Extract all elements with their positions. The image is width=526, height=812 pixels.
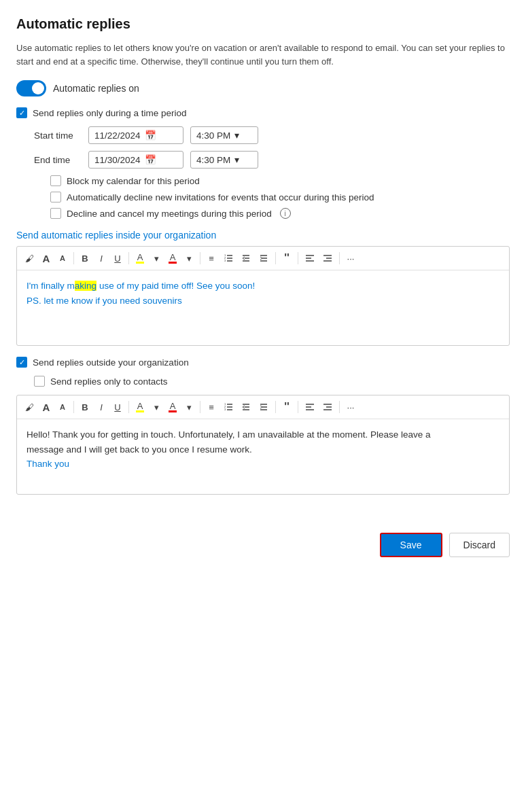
automatic-replies-toggle-row: Automatic replies on <box>16 80 510 96</box>
font-color-btn[interactable]: A <box>166 251 179 265</box>
calendar-options: Block my calendar for this period Automa… <box>50 175 510 219</box>
outside-font-size-increase-btn[interactable]: A <box>39 400 53 414</box>
start-date-input[interactable]: 11/22/2024 📅 <box>88 126 183 144</box>
indent-increase-btn[interactable] <box>256 252 271 264</box>
outside-toolbar-divider-5 <box>298 401 298 413</box>
outside-toolbar-divider-6 <box>339 401 340 413</box>
numbered-btn[interactable]: 123 <box>221 252 236 264</box>
save-button[interactable]: Save <box>380 533 442 557</box>
outside-org-toolbar: 🖌 A A B I U A ▾ A ▾ ≡ 123 <box>17 395 509 419</box>
decline-invitations-label: Automatically decline new invitations fo… <box>67 192 374 202</box>
inside-org-title: Send automatic replies inside your organ… <box>16 230 510 241</box>
automatic-replies-toggle[interactable] <box>16 80 46 96</box>
indent-decrease-btn[interactable] <box>239 252 253 264</box>
outside-toolbar-divider-3 <box>200 401 200 413</box>
outside-more-options-btn[interactable]: ··· <box>344 401 357 414</box>
outside-indent-decrease-btn[interactable] <box>239 401 253 413</box>
time-period-row: Send replies only during a time period <box>16 107 510 118</box>
bullets-btn[interactable]: ≡ <box>205 252 218 265</box>
block-calendar-checkbox[interactable] <box>50 175 61 186</box>
page-description: Use automatic replies to let others know… <box>16 41 510 68</box>
toolbar-divider-1 <box>73 252 74 264</box>
outside-align-left-btn[interactable] <box>302 401 317 413</box>
font-size-increase-btn[interactable]: A <box>39 251 53 266</box>
toolbar-divider-3 <box>200 252 200 264</box>
page-title: Automatic replies <box>16 16 510 32</box>
outside-font-color-btn[interactable]: A <box>166 400 179 414</box>
outside-font-color-dropdown-btn[interactable]: ▾ <box>182 401 196 414</box>
outside-bullets-btn[interactable]: ≡ <box>205 401 218 414</box>
italic-btn[interactable]: I <box>94 252 108 265</box>
inside-org-editor-content[interactable]: I'm finally making use of my paid time o… <box>17 270 509 345</box>
bold-btn[interactable]: B <box>78 252 92 265</box>
outside-org-editor-content[interactable]: Hello! Thank you for getting in touch. U… <box>17 419 509 494</box>
outside-bold-btn[interactable]: B <box>78 401 92 414</box>
outside-toolbar-divider-2 <box>128 401 129 413</box>
decline-cancel-checkbox[interactable] <box>50 208 61 219</box>
outside-font-size-decrease-btn[interactable]: A <box>56 402 69 412</box>
time-section: Start time 11/22/2024 📅 4:30 PM ▾ End ti… <box>34 126 510 169</box>
outside-clear-format-btn[interactable]: 🖌 <box>22 401 37 414</box>
end-time-label: End time <box>34 155 82 165</box>
more-options-btn[interactable]: ··· <box>344 252 357 265</box>
contacts-only-checkbox[interactable] <box>34 376 45 387</box>
outside-org-checkbox[interactable] <box>16 357 27 368</box>
outside-toolbar-divider-4 <box>275 401 276 413</box>
clear-format-btn[interactable]: 🖌 <box>22 252 37 265</box>
end-date-value: 11/30/2024 <box>94 155 141 165</box>
outside-org-row: Send replies outside your organization <box>16 357 510 368</box>
toolbar-divider-2 <box>128 252 129 264</box>
outside-org-section: Send replies outside your organization S… <box>16 357 510 387</box>
outside-underline-btn[interactable]: U <box>111 401 124 414</box>
time-period-checkbox[interactable] <box>16 107 27 118</box>
outside-indent-increase-btn[interactable] <box>256 401 271 413</box>
svg-text:3: 3 <box>224 259 226 262</box>
start-time-chevron-icon: ▾ <box>234 130 239 141</box>
outside-highlight-btn[interactable]: A <box>133 400 147 414</box>
outside-org-label: Send replies outside your organization <box>33 357 189 368</box>
contacts-only-label: Send replies only to contacts <box>50 376 168 387</box>
time-period-label: Send replies only during a time period <box>33 108 187 118</box>
contacts-only-row: Send replies only to contacts <box>34 376 510 387</box>
decline-cancel-label: Decline and cancel my meetings during th… <box>67 209 272 219</box>
discard-button[interactable]: Discard <box>449 533 510 557</box>
end-time-value: 4:30 PM <box>196 155 230 165</box>
outside-highlight-dropdown-btn[interactable]: ▾ <box>150 401 163 414</box>
start-time-label: Start time <box>34 130 82 141</box>
toolbar-divider-6 <box>339 252 340 264</box>
decline-invitations-row: Automatically decline new invitations fo… <box>50 192 510 202</box>
start-time-dropdown[interactable]: 4:30 PM ▾ <box>190 126 258 144</box>
end-time-dropdown[interactable]: 4:30 PM ▾ <box>190 151 258 169</box>
start-time-row: Start time 11/22/2024 📅 4:30 PM ▾ <box>34 126 510 144</box>
svg-text:3: 3 <box>224 408 226 411</box>
outside-italic-btn[interactable]: I <box>94 401 108 414</box>
start-date-value: 11/22/2024 <box>94 130 141 141</box>
outside-quote-btn[interactable]: '' <box>280 400 294 414</box>
toggle-label: Automatic replies on <box>53 83 139 94</box>
highlight-btn[interactable]: A <box>133 251 147 265</box>
quote-btn[interactable]: '' <box>280 251 294 266</box>
outside-numbered-btn[interactable]: 123 <box>221 401 236 413</box>
underline-btn[interactable]: U <box>111 252 124 265</box>
toolbar-divider-5 <box>298 252 298 264</box>
block-calendar-label: Block my calendar for this period <box>67 176 200 186</box>
decline-invitations-checkbox[interactable] <box>50 192 61 202</box>
end-time-row: End time 11/30/2024 📅 4:30 PM ▾ <box>34 151 510 169</box>
font-size-decrease-btn[interactable]: A <box>56 253 69 264</box>
inside-org-toolbar: 🖌 A A B I U A ▾ A ▾ ≡ 123 <box>17 247 509 270</box>
outside-toolbar-divider-1 <box>73 401 74 413</box>
highlight-dropdown-btn[interactable]: ▾ <box>150 252 163 265</box>
outside-align-right-btn[interactable] <box>320 401 335 413</box>
end-time-chevron-icon: ▾ <box>234 154 239 165</box>
inside-org-editor: 🖌 A A B I U A ▾ A ▾ ≡ 123 <box>16 246 510 346</box>
end-date-input[interactable]: 11/30/2024 📅 <box>88 151 183 169</box>
font-color-dropdown-btn[interactable]: ▾ <box>182 252 196 265</box>
end-calendar-icon: 📅 <box>145 154 156 165</box>
decline-cancel-row: Decline and cancel my meetings during th… <box>50 208 510 219</box>
outside-org-editor: 🖌 A A B I U A ▾ A ▾ ≡ 123 <box>16 395 510 495</box>
info-icon[interactable]: i <box>280 208 291 219</box>
toolbar-divider-4 <box>275 252 276 264</box>
block-calendar-row: Block my calendar for this period <box>50 175 510 186</box>
align-right-btn[interactable] <box>320 252 335 264</box>
align-left-btn[interactable] <box>302 252 317 264</box>
